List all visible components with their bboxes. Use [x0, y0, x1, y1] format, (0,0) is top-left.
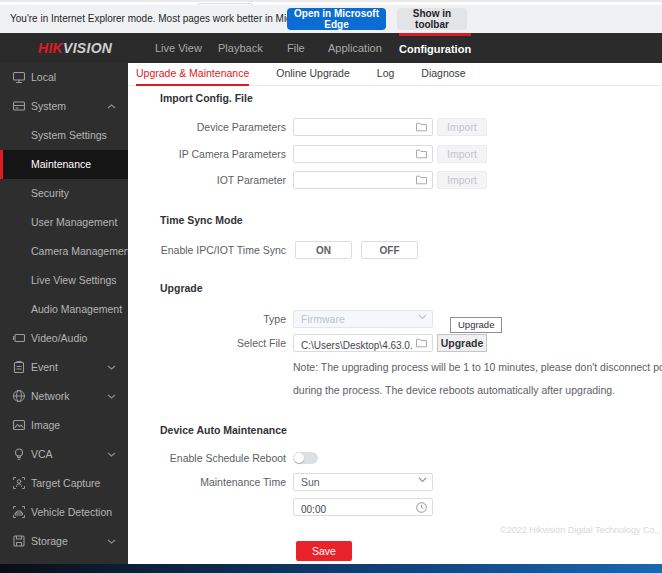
- sidebar-item-label: Maintenance: [31, 150, 91, 179]
- maintenance-day-select[interactable]: Sun: [293, 473, 433, 491]
- sidebar-item-label: Audio Management: [31, 295, 122, 324]
- tab-upgrade-maintenance[interactable]: Upgrade & Maintenance: [136, 63, 249, 86]
- monitor-icon: [12, 70, 26, 84]
- section-upgrade: Upgrade: [160, 282, 203, 294]
- sidebar-item-label: Storage: [31, 527, 68, 556]
- tab-online-upgrade[interactable]: Online Upgrade: [276, 63, 350, 86]
- tab-log[interactable]: Log: [377, 63, 395, 86]
- sidebar-item-label: Target Capture: [31, 469, 100, 498]
- ip-camera-parameters-path[interactable]: [294, 149, 432, 165]
- sidebar-item-security[interactable]: Security: [0, 179, 128, 208]
- chevron-down-icon: [107, 365, 116, 370]
- sidebar-item-vca[interactable]: VCA: [0, 440, 128, 469]
- sidebar-item-target-capture[interactable]: Target Capture: [0, 469, 128, 498]
- schedule-reboot-toggle[interactable]: [293, 452, 318, 464]
- nav-configuration[interactable]: Configuration: [399, 33, 471, 63]
- nav-live-view[interactable]: Live View: [155, 33, 202, 63]
- section-time-sync-mode: Time Sync Mode: [160, 214, 243, 226]
- system-icon: [12, 99, 26, 113]
- nav-file[interactable]: File: [287, 33, 305, 63]
- sidebar-item-maintenance[interactable]: Maintenance: [0, 150, 128, 179]
- save-button[interactable]: Save: [296, 541, 352, 561]
- device-parameters-label: Device Parameters: [128, 118, 286, 136]
- maintenance-content: Upgrade & Maintenance Online Upgrade Log…: [128, 63, 662, 564]
- maintenance-time-row: Maintenance Time Sun: [128, 473, 662, 491]
- open-in-edge-button[interactable]: Open in Microsoft Edge: [287, 8, 386, 30]
- image-icon: [12, 418, 26, 432]
- upgrade-type-row: Type Firmware: [128, 310, 662, 328]
- select-file-input[interactable]: [293, 334, 433, 352]
- sidebar-item-label: System Settings: [31, 121, 107, 150]
- storage-disk-icon: [12, 534, 26, 548]
- time-sync-on-button[interactable]: ON: [295, 241, 352, 259]
- tab-diagnose[interactable]: Diagnose: [421, 63, 465, 86]
- upgrade-button[interactable]: Upgrade: [437, 334, 487, 352]
- nav-playback[interactable]: Playback: [218, 33, 263, 63]
- ip-camera-parameters-row: IP Camera Parameters Import: [128, 145, 662, 163]
- ie-mode-banner: You're in Internet Explorer mode. Most p…: [0, 5, 662, 33]
- sidebar-item-user-management[interactable]: User Management: [0, 208, 128, 237]
- sidebar-item-iot-channel[interactable]: IoT Channel Co...: [0, 556, 128, 564]
- ip-camera-parameters-file-input[interactable]: [293, 145, 433, 163]
- import-button-iot-parameter[interactable]: Import: [437, 171, 487, 189]
- toggle-knob: [294, 453, 304, 463]
- sidebar-item-label: Video/Audio: [31, 324, 87, 353]
- folder-icon[interactable]: [416, 122, 427, 132]
- upgrade-note-line2: during the process. The device reboots a…: [293, 384, 615, 396]
- maintenance-time-value[interactable]: [294, 502, 432, 518]
- upgrade-type-select[interactable]: Firmware: [293, 310, 433, 328]
- section-import-config-file: Import Config. File: [160, 92, 253, 104]
- select-file-label: Select File: [128, 334, 286, 352]
- folder-icon[interactable]: [416, 149, 427, 159]
- sidebar-item-live-view-settings[interactable]: Live View Settings: [0, 266, 128, 295]
- sidebar-item-network[interactable]: Network: [0, 382, 128, 411]
- sidebar-item-storage[interactable]: Storage: [0, 527, 128, 556]
- clock-icon[interactable]: [416, 502, 427, 513]
- sidebar-item-system[interactable]: System: [0, 92, 128, 121]
- chevron-down-icon: [418, 314, 427, 320]
- chevron-up-icon: [107, 104, 116, 109]
- app-header: HIKVISION Live View Playback File Applic…: [0, 33, 662, 63]
- sidebar-item-video-audio[interactable]: Video/Audio: [0, 324, 128, 353]
- device-parameters-row: Device Parameters Import: [128, 118, 662, 136]
- sidebar-item-image[interactable]: Image: [0, 411, 128, 440]
- nav-application[interactable]: Application: [328, 33, 382, 63]
- sidebar-item-system-settings[interactable]: System Settings: [0, 121, 128, 150]
- sidebar-item-label: Security: [31, 179, 69, 208]
- iot-parameter-path[interactable]: [294, 175, 432, 191]
- enable-ipc-iot-time-sync-label: Enable IPC/IOT Time Sync: [128, 241, 286, 259]
- sidebar-item-label: System: [31, 92, 66, 121]
- folder-icon[interactable]: [416, 175, 427, 185]
- iot-parameter-row: IOT Parameter Import: [128, 171, 662, 189]
- chevron-down-icon: [107, 452, 116, 457]
- enable-schedule-reboot-label: Enable Schedule Reboot: [128, 449, 286, 467]
- chevron-down-icon: [107, 394, 116, 399]
- import-button-ip-camera-parameters[interactable]: Import: [437, 145, 487, 163]
- sidebar-item-label: Event: [31, 353, 58, 382]
- network-globe-icon: [12, 389, 26, 403]
- sidebar-item-camera-management[interactable]: Camera Management: [0, 237, 128, 266]
- maintenance-time-input[interactable]: [293, 498, 433, 516]
- sidebar-item-local[interactable]: Local: [0, 63, 128, 92]
- hikvision-logo: HIKVISION: [38, 33, 112, 63]
- sidebar-item-event[interactable]: Event: [0, 353, 128, 382]
- select-file-path[interactable]: [294, 338, 432, 354]
- logo-hik-text: HIK: [38, 40, 63, 56]
- select-file-row: Select File Upgrade: [128, 334, 662, 352]
- schedule-reboot-row: Enable Schedule Reboot: [128, 449, 662, 467]
- upgrade-note-line1: Note: The upgrading process will be 1 to…: [293, 361, 662, 373]
- time-sync-off-button[interactable]: OFF: [361, 241, 418, 259]
- folder-icon[interactable]: [416, 338, 427, 348]
- iot-parameter-file-input[interactable]: [293, 171, 433, 189]
- device-parameters-file-input[interactable]: [293, 118, 433, 136]
- upgrade-tooltip: Upgrade: [450, 317, 502, 333]
- import-button-device-parameters[interactable]: Import: [437, 118, 487, 136]
- sidebar-item-label: Camera Management: [31, 237, 128, 266]
- device-parameters-path[interactable]: [294, 122, 432, 138]
- show-in-toolbar-button[interactable]: Show in toolbar: [397, 8, 467, 30]
- logo-vision-text: VISION: [63, 40, 112, 56]
- sidebar-item-audio-management[interactable]: Audio Management: [0, 295, 128, 324]
- sidebar-item-label: Vehicle Detection: [31, 498, 112, 527]
- upgrade-type-value: Firmware: [301, 311, 345, 327]
- sidebar-item-vehicle-detection[interactable]: Vehicle Detection: [0, 498, 128, 527]
